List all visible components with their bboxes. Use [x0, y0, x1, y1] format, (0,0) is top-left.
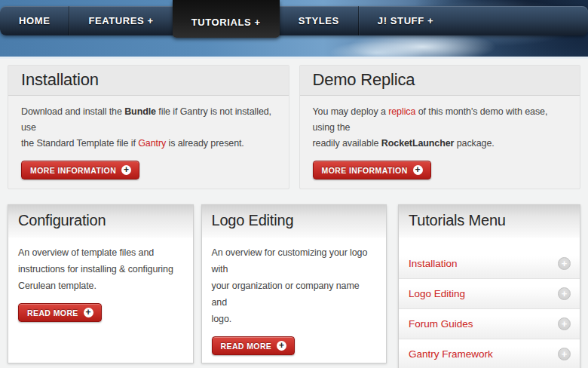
page-content: Installation Download and install the Bu…	[0, 59, 588, 368]
gantry-link[interactable]: Gantry	[138, 138, 166, 149]
mid-row: Configuration An overview of template fi…	[8, 204, 580, 368]
plus-icon: +	[413, 165, 423, 175]
demo-replica-card-body: You may deploy a replica of this month's…	[300, 96, 580, 189]
mid-cards: Configuration An overview of template fi…	[8, 204, 387, 363]
demo-replica-card-description: You may deploy a replica of this month's…	[313, 104, 568, 152]
header-background-image: HOME FEATURES + TUTORIALS + STYLES J! ST…	[0, 0, 588, 59]
main-nav: HOME FEATURES + TUTORIALS + STYLES J! ST…	[0, 6, 588, 35]
menu-item-label: Installation	[409, 258, 458, 269]
tutorials-menu-title: Tutorials Menu	[409, 212, 570, 229]
button-label: MORE INFORMATION	[30, 166, 116, 175]
nav-item-styles[interactable]: STYLES	[280, 6, 358, 35]
menu-item-label: Forum Guides	[409, 318, 473, 330]
demo-replica-more-information-button[interactable]: MORE INFORMATION +	[313, 161, 431, 179]
logo-editing-card-body: An overview for customizing your logo wi…	[202, 238, 387, 363]
tutorials-menu-panel: Tutorials Menu Installation + Logo Editi…	[398, 204, 580, 368]
nav-item-ji-stuff[interactable]: J! STUFF +	[358, 6, 452, 35]
text-segment-bold: Bundle	[124, 106, 156, 117]
logo-editing-card-description: An overview for customizing your logo wi…	[212, 244, 377, 327]
configuration-card-description: An overview of template files and instru…	[18, 244, 183, 294]
plus-icon: +	[277, 341, 286, 351]
configuration-card-header: Configuration	[8, 205, 193, 238]
nav-item-features[interactable]: FEATURES +	[69, 6, 172, 35]
logo-editing-card-title: Logo Editing	[212, 212, 377, 229]
button-label: READ MORE	[27, 308, 78, 317]
installation-card-title: Installation	[21, 70, 276, 90]
menu-item-logo-editing[interactable]: Logo Editing +	[399, 279, 580, 309]
demo-replica-card-title: Demo Replica	[313, 70, 568, 90]
menu-item-gantry-framework[interactable]: Gantry Framework +	[399, 339, 580, 368]
plus-icon: +	[121, 165, 131, 175]
logo-editing-card-header: Logo Editing	[202, 205, 387, 238]
plus-icon: +	[558, 317, 571, 330]
installation-card-header: Installation	[8, 66, 289, 96]
logo-editing-read-more-button[interactable]: READ MORE +	[212, 336, 296, 355]
configuration-card-title: Configuration	[18, 212, 183, 229]
installation-card-description: Download and install the Bundle file if …	[21, 104, 276, 152]
tutorials-menu-header: Tutorials Menu	[399, 205, 580, 238]
plus-icon: +	[84, 308, 93, 317]
replica-link[interactable]: replica	[388, 106, 415, 117]
demo-replica-card-header: Demo Replica	[300, 66, 580, 96]
plus-icon: +	[558, 257, 571, 270]
text-segment: package.	[454, 138, 494, 149]
text-segment: You may deploy a	[313, 106, 389, 117]
text-segment-bold: RocketLauncher	[381, 138, 455, 149]
plus-icon: +	[558, 348, 571, 360]
menu-item-forum-guides[interactable]: Forum Guides +	[399, 309, 580, 339]
nav-item-tutorials[interactable]: TUTORIALS +	[173, 0, 280, 38]
button-label: READ MORE	[221, 342, 272, 351]
mid-left-column: Configuration An overview of template fi…	[8, 204, 387, 368]
logo-editing-card: Logo Editing An overview for customizing…	[201, 204, 387, 363]
installation-card: Installation Download and install the Bu…	[8, 65, 289, 189]
configuration-read-more-button[interactable]: READ MORE +	[18, 303, 102, 322]
configuration-card-body: An overview of template files and instru…	[8, 238, 193, 330]
text-segment: Download and install the	[21, 106, 124, 117]
installation-card-body: Download and install the Bundle file if …	[8, 96, 289, 189]
button-label: MORE INFORMATION	[322, 166, 408, 175]
text-segment: is already present.	[166, 138, 244, 149]
demo-replica-card: Demo Replica You may deploy a replica of…	[299, 65, 581, 189]
plus-icon: +	[558, 287, 571, 300]
configuration-card: Configuration An overview of template fi…	[8, 204, 194, 363]
menu-item-label: Logo Editing	[409, 288, 465, 299]
nav-item-home[interactable]: HOME	[0, 6, 69, 35]
tutorials-menu-list: Installation + Logo Editing + Forum Guid…	[399, 238, 580, 368]
menu-item-installation[interactable]: Installation +	[399, 249, 580, 279]
installation-more-information-button[interactable]: MORE INFORMATION +	[21, 161, 139, 179]
menu-item-label: Gantry Framework	[409, 348, 493, 360]
top-cards-row: Installation Download and install the Bu…	[8, 65, 580, 189]
